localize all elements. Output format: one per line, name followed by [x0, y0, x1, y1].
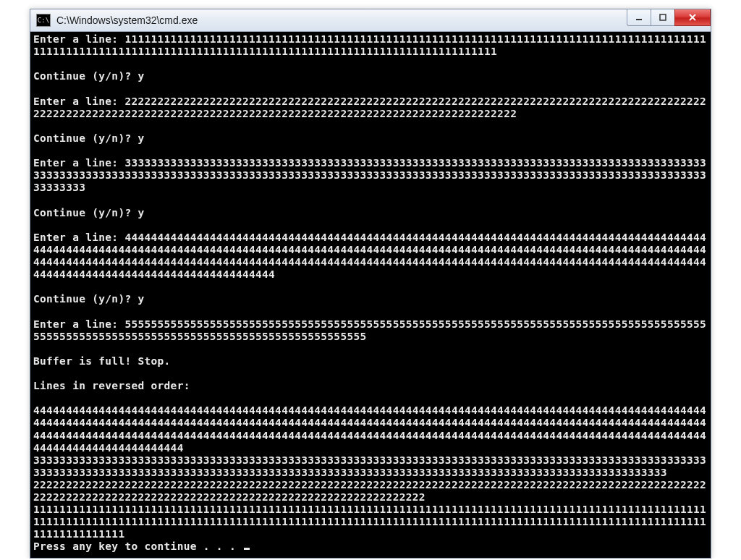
minimize-icon: [635, 14, 643, 21]
maximize-button[interactable]: [651, 9, 675, 26]
svg-rect-0: [636, 19, 642, 20]
minimize-button[interactable]: [627, 9, 651, 26]
close-icon: [688, 14, 697, 21]
maximize-icon: [659, 14, 666, 21]
svg-rect-1: [660, 14, 666, 20]
cmd-window: C:\ C:\Windows\system32\cmd.exe Enter a …: [30, 9, 711, 559]
console-output[interactable]: Enter a line: 11111111111111111111111111…: [30, 32, 711, 558]
titlebar[interactable]: C:\ C:\Windows\system32\cmd.exe: [30, 9, 711, 32]
cmd-icon: C:\: [36, 14, 51, 27]
window-title: C:\Windows\system32\cmd.exe: [56, 14, 198, 26]
cmd-icon-text: C:\: [38, 17, 49, 24]
close-button[interactable]: [674, 9, 711, 26]
window-controls: [627, 9, 711, 25]
cursor: [244, 548, 250, 550]
